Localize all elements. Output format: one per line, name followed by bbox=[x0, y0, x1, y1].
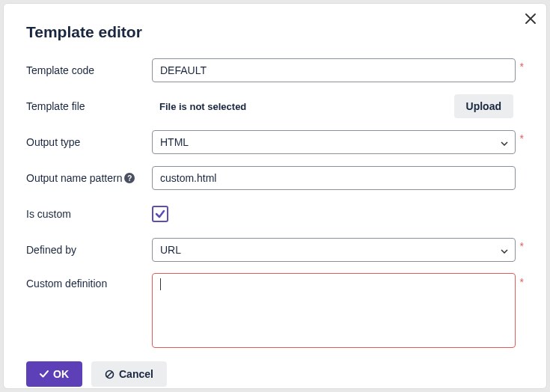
cancel-icon bbox=[105, 370, 114, 379]
close-button[interactable] bbox=[525, 11, 536, 26]
row-is-custom: Is custom bbox=[26, 201, 524, 227]
template-code-input[interactable] bbox=[152, 58, 516, 82]
cancel-button[interactable]: Cancel bbox=[91, 361, 167, 387]
check-icon bbox=[40, 370, 49, 379]
label-output-type: Output type bbox=[26, 136, 152, 148]
custom-definition-textarea[interactable] bbox=[152, 273, 516, 348]
check-icon bbox=[155, 209, 165, 219]
required-mark: * bbox=[520, 276, 524, 288]
dialog-title: Template editor bbox=[26, 23, 524, 41]
upload-button[interactable]: Upload bbox=[454, 94, 513, 118]
row-defined-by: Defined by URL * bbox=[26, 237, 524, 263]
label-output-name-pattern: Output name pattern ? bbox=[26, 172, 152, 184]
label-template-code: Template code bbox=[26, 64, 152, 76]
close-icon bbox=[525, 13, 536, 24]
label-defined-by: Defined by bbox=[26, 244, 152, 256]
row-output-name-pattern: Output name pattern ? * bbox=[26, 165, 524, 191]
label-custom-definition: Custom definition bbox=[26, 273, 152, 290]
help-icon[interactable]: ? bbox=[124, 173, 135, 183]
label-template-file: Template file bbox=[26, 100, 152, 112]
required-mark: * bbox=[520, 132, 524, 144]
output-name-pattern-input[interactable] bbox=[152, 166, 516, 190]
svg-line-1 bbox=[107, 372, 112, 377]
defined-by-select[interactable]: URL bbox=[152, 238, 516, 262]
file-status-text: File is not selected bbox=[152, 101, 454, 112]
required-mark: * bbox=[520, 61, 524, 73]
row-output-type: Output type HTML * bbox=[26, 129, 524, 155]
required-mark: * bbox=[520, 240, 524, 252]
dialog-footer: OK Cancel bbox=[26, 361, 524, 387]
row-template-file: Template file File is not selected Uploa… bbox=[26, 94, 524, 119]
label-is-custom: Is custom bbox=[26, 208, 152, 220]
ok-button[interactable]: OK bbox=[26, 361, 82, 387]
row-custom-definition: Custom definition * bbox=[26, 273, 524, 348]
output-type-select[interactable]: HTML bbox=[152, 130, 516, 154]
row-template-code: Template code * bbox=[26, 58, 524, 83]
template-editor-dialog: Template editor Template code * Template… bbox=[3, 3, 547, 389]
is-custom-checkbox[interactable] bbox=[152, 206, 168, 222]
text-cursor bbox=[160, 278, 161, 290]
